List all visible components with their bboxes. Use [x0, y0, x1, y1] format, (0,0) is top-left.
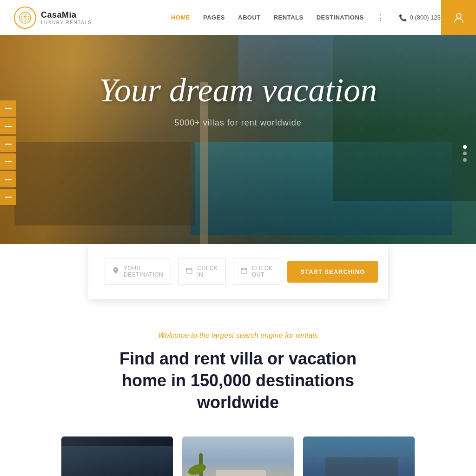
destination-field[interactable]: YOUR DESTINATION: [105, 258, 171, 285]
logo[interactable]: CasaMia Luxury Rentals: [14, 7, 92, 29]
slide-dot-1[interactable]: [463, 145, 467, 149]
checkin-label: CHECK IN: [197, 265, 218, 278]
nav-pages[interactable]: PAGES: [203, 14, 225, 21]
brand-name: CasaMia: [41, 10, 92, 20]
hero-subtitle: 5000+ villas for rent worldwide: [0, 118, 476, 128]
calendar-checkin-icon: [186, 267, 192, 276]
logo-icon: [14, 7, 36, 29]
main-nav: HOME PAGES ABOUT RENTALS DESTINATIONS ⋮: [171, 13, 385, 23]
search-section: YOUR DESTINATION CHECK IN: [88, 244, 388, 299]
brand-tagline: Luxury Rentals: [41, 20, 92, 25]
svg-rect-7: [241, 268, 247, 273]
more-menu-icon[interactable]: ⋮: [377, 13, 385, 23]
property-card-3[interactable]: [303, 436, 415, 476]
section2: Welcome to the largest search engine for…: [0, 299, 476, 476]
side-nav-5[interactable]: [0, 171, 16, 187]
location-icon: [112, 267, 119, 276]
search-button[interactable]: START SEARCHING: [287, 261, 378, 283]
section2-title: Find and rent villa or vacation home in …: [99, 348, 377, 413]
search-bar: YOUR DESTINATION CHECK IN: [105, 258, 371, 285]
hero-section: Your dream vacation 5000+ villas for ren…: [0, 35, 476, 272]
nav-rentals[interactable]: RENTALS: [274, 14, 304, 21]
hero-background: [0, 35, 476, 272]
calendar-checkout-icon: [241, 267, 247, 276]
destination-label: YOUR DESTINATION: [124, 265, 163, 278]
phone-icon: 📞: [399, 14, 407, 21]
side-navigation: [0, 35, 16, 272]
slide-dot-3[interactable]: [463, 158, 467, 162]
side-nav-6[interactable]: [0, 189, 16, 205]
slide-indicators: [463, 145, 467, 162]
nav-home[interactable]: HOME: [171, 14, 190, 21]
side-nav-4[interactable]: [0, 153, 16, 170]
svg-rect-3: [186, 268, 192, 273]
checkout-label: CHECK OUT: [252, 265, 273, 278]
nav-destinations[interactable]: DESTINATIONS: [317, 14, 364, 21]
user-account-button[interactable]: [441, 0, 476, 35]
side-nav-3[interactable]: [0, 136, 16, 152]
section2-tagline: Welcome to the largest search engine for…: [51, 331, 425, 340]
nav-about[interactable]: ABOUT: [238, 14, 261, 21]
hero-title: Your dream vacation: [0, 72, 476, 109]
property-cards: [51, 436, 425, 476]
logo-text: CasaMia Luxury Rentals: [41, 10, 92, 25]
checkin-field[interactable]: CHECK IN: [178, 258, 226, 285]
hero-content: Your dream vacation 5000+ villas for ren…: [0, 72, 476, 128]
header: CasaMia Luxury Rentals HOME PAGES ABOUT …: [0, 0, 476, 35]
checkout-field[interactable]: CHECK OUT: [233, 258, 281, 285]
slide-dot-2[interactable]: [463, 152, 467, 155]
property-card-1[interactable]: [61, 436, 173, 476]
search-wrapper: YOUR DESTINATION CHECK IN: [0, 244, 476, 299]
property-card-2[interactable]: [182, 436, 294, 476]
svg-point-2: [456, 13, 461, 18]
